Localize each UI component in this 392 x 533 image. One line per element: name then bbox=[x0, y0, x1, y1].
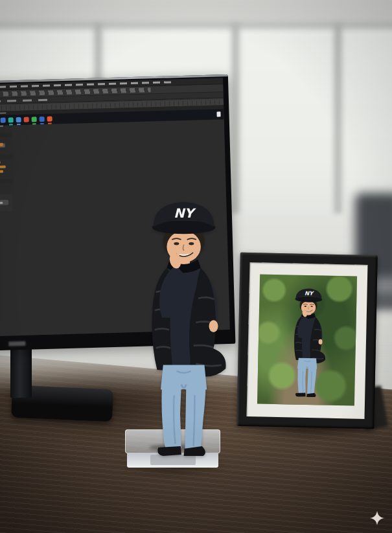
taskbar-app-icon bbox=[40, 117, 45, 122]
sparkle-icon bbox=[370, 511, 384, 525]
monitor-brand-logo bbox=[8, 341, 25, 346]
window-mullion bbox=[334, 23, 341, 218]
taskbar-tray-icon bbox=[216, 111, 220, 117]
scene bbox=[0, 0, 392, 533]
panel-row-orange bbox=[0, 170, 3, 174]
window-mullion bbox=[232, 23, 239, 218]
taskbar-app-icon bbox=[47, 117, 52, 122]
photo-mat bbox=[247, 262, 368, 419]
panel-input-field bbox=[0, 144, 5, 148]
panel-row-orange bbox=[0, 166, 6, 169]
panel-button bbox=[0, 199, 8, 205]
taskbar-app-icon bbox=[8, 117, 14, 122]
taskbar-app-icon bbox=[1, 118, 6, 123]
monitor-stand-neck bbox=[10, 348, 32, 398]
framed-photograph bbox=[257, 274, 357, 405]
window-header-line bbox=[0, 23, 392, 28]
printed-figurine-woman bbox=[123, 189, 244, 456]
taskbar-app-icon bbox=[32, 117, 37, 122]
taskbar-app-icon bbox=[24, 117, 29, 122]
panel-divider bbox=[0, 155, 12, 160]
panel-divider bbox=[0, 179, 13, 184]
panel-divider bbox=[0, 133, 12, 138]
photo-frame bbox=[236, 253, 378, 429]
keyframe-dot bbox=[0, 143, 3, 146]
panel-row-orange bbox=[0, 161, 1, 164]
taskbar-icons bbox=[0, 117, 52, 124]
acrylic-base-reflection bbox=[150, 455, 196, 465]
photo-woman bbox=[281, 282, 335, 398]
taskbar-app-icon bbox=[16, 117, 21, 122]
